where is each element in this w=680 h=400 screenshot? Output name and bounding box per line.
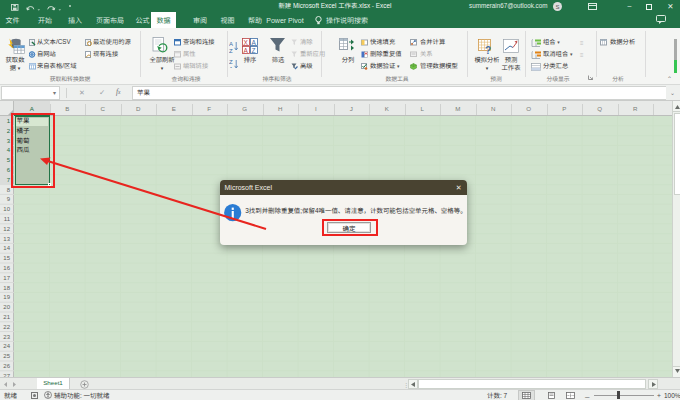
svg-text:Z: Z — [229, 48, 233, 54]
svg-text:Z: Z — [252, 47, 256, 54]
svg-text:?: ? — [485, 45, 491, 55]
svg-text:X: X — [244, 39, 249, 46]
svg-text:A: A — [229, 66, 233, 68]
svg-text:A: A — [229, 41, 233, 47]
svg-text:Z: Z — [229, 59, 233, 65]
svg-text:A: A — [244, 47, 249, 54]
svg-text:A: A — [252, 39, 257, 46]
